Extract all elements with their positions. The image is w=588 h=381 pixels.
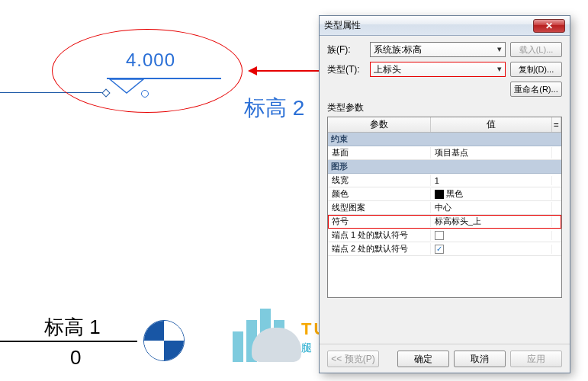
ok-button[interactable]: 确定 [397, 351, 449, 367]
cancel-button[interactable]: 取消 [454, 351, 506, 367]
apply-button[interactable]: 应用 [510, 351, 562, 367]
family-combo[interactable]: 系统族:标高 [370, 42, 506, 57]
load-button[interactable]: 载入(L)... [510, 42, 562, 57]
family-label: 族(F): [327, 43, 365, 56]
level-2-label: 标高 2 [244, 94, 304, 123]
preview-button[interactable]: << 预览(P) [327, 351, 379, 367]
type-params-label: 类型参数 [327, 101, 562, 114]
dialog-footer: << 预览(P) 确定 取消 应用 [320, 344, 570, 373]
close-icon: ✕ [545, 21, 553, 31]
close-button[interactable]: ✕ [533, 19, 565, 33]
watermark-logo-icon [225, 301, 294, 362]
type-combo[interactable]: 上标头 [370, 62, 506, 77]
dialog-title: 类型属性 [324, 19, 361, 32]
level-1-line [0, 341, 137, 342]
rename-button[interactable]: 重命名(R)... [510, 82, 562, 97]
group-constraint[interactable]: 约束 [328, 133, 561, 146]
color-swatch-icon [435, 190, 444, 199]
checkbox-end2[interactable]: ✓ [435, 245, 444, 254]
checkbox-end1[interactable] [435, 231, 444, 240]
level-1-name: 标高 1 [44, 314, 101, 341]
table-row-symbol[interactable]: 符号 标高标头_上 [328, 215, 561, 229]
level-head-icon [143, 320, 185, 361]
table-row[interactable]: 端点 2 处的默认符号 ✓ [328, 242, 561, 256]
table-row[interactable]: 线宽 1 [328, 174, 561, 187]
table-header: 参数 值 = [328, 117, 561, 133]
level-1-value: 0 [70, 346, 81, 370]
col-param-header: 参数 [328, 117, 431, 132]
table-row[interactable]: 颜色 黑色 [328, 187, 561, 201]
table-row[interactable]: 端点 1 处的默认符号 [328, 229, 561, 242]
table-row[interactable]: 线型图案 中心 [328, 201, 561, 215]
group-graphics[interactable]: 图形 [328, 160, 561, 174]
type-label: 类型(T): [327, 63, 365, 76]
col-eq-header: = [552, 117, 561, 132]
table-row[interactable]: 基面 项目基点 [328, 146, 561, 160]
parameter-table[interactable]: 参数 值 = 约束 基面 项目基点 图形 线宽 1 颜色 黑色 [327, 117, 562, 298]
dialog-titlebar[interactable]: 类型属性 ✕ [320, 16, 570, 36]
annotation-arrow-icon [254, 70, 323, 72]
copy-button[interactable]: 复制(D)... [510, 62, 562, 77]
annotation-ellipse [52, 29, 243, 113]
col-value-header: 值 [431, 117, 552, 132]
type-properties-dialog: 类型属性 ✕ 族(F): 系统族:标高 载入(L)... 类型(T): 上标头 … [319, 15, 570, 373]
